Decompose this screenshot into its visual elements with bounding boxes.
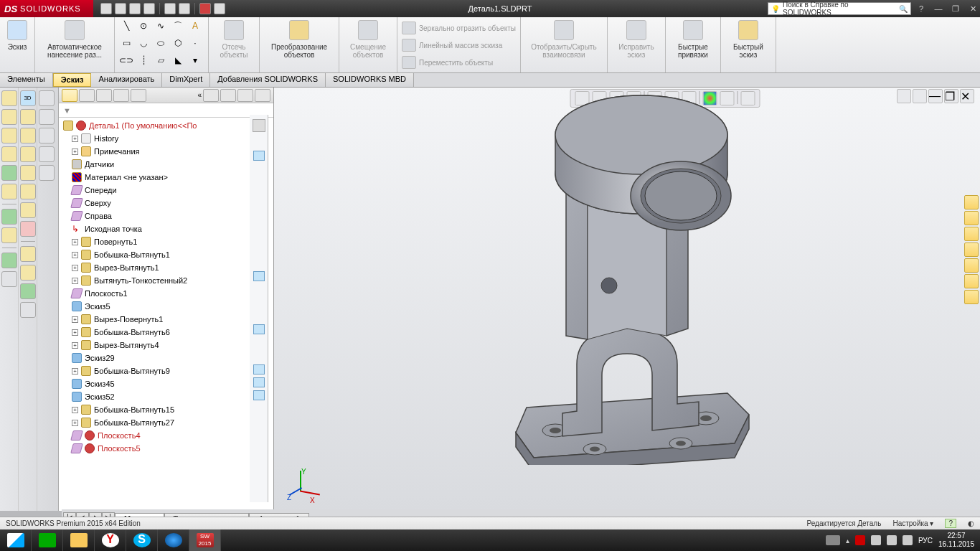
tree-material[interactable]: Материал <не указан> (59, 171, 273, 184)
tree-cutrev1[interactable]: +Вырез-Повернуть1 (59, 313, 273, 326)
sketch-button[interactable]: Эскиз (4, 19, 30, 52)
help-status-button[interactable]: ? (945, 519, 956, 528)
expand-icon[interactable]: + (72, 368, 78, 375)
tab-dimxpert[interactable]: DimXpert (162, 73, 210, 87)
start-button[interactable] (0, 529, 32, 551)
features-extrude-button[interactable] (1, 90, 17, 106)
tab-analyze[interactable]: Анализировать (91, 73, 162, 87)
ellipse-tool[interactable]: ⬭ (154, 36, 168, 50)
fm-extra-2[interactable] (220, 89, 236, 102)
tree-plane4[interactable]: Плоскость4 (59, 429, 273, 442)
features-boundary-button[interactable] (1, 165, 17, 181)
doc-restore-button[interactable]: ❐ (944, 89, 958, 103)
tree-plane5[interactable]: Плоскость5 (59, 442, 273, 455)
battery-icon[interactable] (903, 535, 913, 545)
tree-revolve1[interactable]: +Повернуть1 (59, 235, 273, 248)
rib-button[interactable] (1, 227, 17, 243)
check-button[interactable] (39, 165, 55, 181)
undo-button[interactable] (164, 3, 176, 14)
tree-right-plane[interactable]: Справа (59, 209, 273, 222)
tree-cut4[interactable]: +Вырез-Вытянуть4 (59, 339, 273, 352)
doc-minimize-button[interactable]: — (928, 89, 943, 103)
features-fillet-button[interactable] (1, 184, 17, 199)
features-revolve-button[interactable] (1, 109, 17, 125)
instant3d-button[interactable] (20, 146, 36, 162)
rapid-sketch-button[interactable]: Быстрый эскиз (725, 19, 771, 60)
search-icon[interactable]: 🔍 (899, 5, 908, 13)
move-entities-button[interactable]: Переместить объекты (402, 56, 493, 69)
expand-icon[interactable]: + (72, 342, 78, 349)
reference-button[interactable] (20, 109, 36, 125)
language-indicator[interactable]: РУС (918, 537, 933, 545)
convert-button[interactable]: Преобразование объектов (264, 19, 334, 60)
tree-top-plane[interactable]: Сверху (59, 197, 273, 209)
smart-dimension-button[interactable]: Автоматическое нанесение раз... (39, 19, 110, 60)
skype-button[interactable]: S (126, 529, 158, 551)
minimize-button[interactable]: — (931, 3, 946, 14)
features-sweep-button[interactable] (1, 128, 17, 143)
expand-icon[interactable]: + (72, 329, 78, 336)
fm-tab-dimxpert[interactable] (113, 89, 129, 102)
3dsketch-button[interactable]: 3D (20, 90, 36, 106)
forum-tab[interactable] (964, 290, 979, 304)
tree-sketch29[interactable]: Эскиз29 (59, 352, 273, 364)
customize-button[interactable]: Настройка ▾ (892, 519, 933, 527)
expand-icon[interactable]: + (72, 265, 78, 271)
fm-extra-3[interactable] (237, 89, 253, 102)
file-explorer-tab[interactable] (964, 227, 979, 241)
tree-annotations[interactable]: +Примечания (59, 145, 273, 158)
expand-icon[interactable]: + (72, 239, 78, 245)
tab-mbd[interactable]: SOLIDWORKS MBD (326, 73, 414, 87)
expand-icon[interactable]: + (72, 407, 78, 413)
slot-tool[interactable]: ⊂⊃ (119, 53, 133, 67)
wrap-button[interactable] (20, 165, 36, 181)
tree-thin2[interactable]: +Вытянуть-Тонкостенный2 (59, 274, 273, 287)
tree-boss15[interactable]: +Бобышка-Вытянуть15 (59, 403, 273, 416)
clock[interactable]: 22:57 16.11.2015 (938, 532, 974, 549)
cut-revolve-button[interactable] (20, 283, 36, 299)
help-search-input[interactable]: 💡 Поиск в Справке по SOLIDWORKS 🔍 (768, 2, 911, 15)
tree-boss6[interactable]: +Бобышка-Вытянуть6 (59, 326, 273, 339)
tree-history[interactable]: +History (59, 132, 273, 145)
collapse-icon[interactable]: « (197, 91, 202, 99)
fm-tab-display[interactable] (131, 89, 146, 102)
explorer-button[interactable] (63, 529, 95, 551)
select-button[interactable] (179, 3, 190, 14)
keyboard-icon[interactable] (826, 535, 840, 545)
hole-button[interactable] (20, 246, 36, 262)
tree-sketch45[interactable]: Эскиз45 (59, 377, 273, 390)
expand-icon[interactable]: + (72, 149, 78, 155)
tree-sensors[interactable]: Датчики (59, 158, 273, 171)
view-palette-tab[interactable] (964, 242, 979, 257)
expand-icon[interactable]: + (72, 136, 78, 142)
curves-button[interactable] (20, 128, 36, 143)
draft-button[interactable] (1, 253, 17, 268)
cut-extrude-button[interactable] (20, 265, 36, 281)
mass-props-button[interactable] (39, 109, 55, 125)
network-icon[interactable] (871, 535, 881, 545)
open-button[interactable] (115, 3, 126, 14)
fm-tab-property[interactable] (79, 89, 95, 102)
shell-button[interactable] (1, 271, 17, 287)
trim-button[interactable]: Отсечь объекты (213, 19, 255, 60)
more-tool[interactable]: ▾ (188, 53, 202, 67)
tree-cut1[interactable]: +Вырез-Вытянуть1 (59, 261, 273, 274)
linear-pattern-button[interactable]: Линейный массив эскиза (402, 39, 502, 52)
tree-boss27[interactable]: +Бобышка-Вытянуть27 (59, 416, 273, 429)
expand-icon[interactable]: + (72, 278, 78, 284)
features-loft-button[interactable] (1, 146, 17, 162)
line-tool[interactable]: ╲ (119, 19, 133, 33)
close-button[interactable]: ✕ (966, 3, 980, 14)
repair-button[interactable]: Исправить эскиз (612, 19, 661, 60)
fm-filter-bar[interactable]: ▼ (59, 103, 273, 118)
sensor-button[interactable] (39, 146, 55, 162)
yandex-button[interactable]: Y (95, 529, 126, 551)
tree-sketch5[interactable]: Эскиз5 (59, 300, 273, 313)
tree-origin[interactable]: ↳Исходная точка (59, 222, 273, 235)
tree-plane1[interactable]: Плоскость1 (59, 287, 273, 300)
solidworks-task-button[interactable]: SW2015 (189, 529, 221, 551)
fm-tab-tree[interactable] (62, 89, 77, 102)
viewport-button[interactable] (913, 89, 927, 103)
flag-icon[interactable] (855, 535, 865, 545)
tab-addins[interactable]: Добавления SOLIDWORKS (210, 73, 326, 87)
